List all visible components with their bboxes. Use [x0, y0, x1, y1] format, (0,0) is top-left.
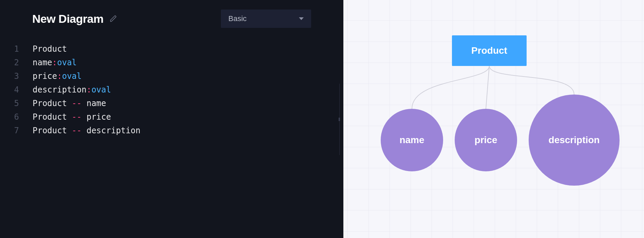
code-editor[interactable]: 1234567 Productname:ovalprice:ovaldescri… — [0, 36, 343, 137]
node-label: Product — [471, 45, 507, 56]
pencil-icon[interactable] — [110, 15, 117, 22]
node-name[interactable]: name — [381, 109, 443, 171]
canvas-inner: Productnamepricedescription — [343, 0, 644, 238]
node-description[interactable]: description — [529, 95, 620, 186]
theme-select[interactable]: Basic — [221, 10, 311, 28]
line-number: 6 — [0, 110, 19, 124]
node-label: price — [475, 135, 497, 146]
diagram-canvas[interactable]: Productnamepricedescription — [343, 0, 644, 238]
code-line[interactable]: price:oval — [33, 69, 140, 83]
line-number: 2 — [0, 56, 19, 69]
line-number: 5 — [0, 97, 19, 110]
code-line[interactable]: Product -- name — [33, 97, 140, 110]
editor-panel: New Diagram Basic 1234567 Productname:ov… — [0, 0, 343, 238]
line-number: 7 — [0, 124, 19, 137]
code-line[interactable]: Product -- description — [33, 124, 140, 137]
code-line[interactable]: name:oval — [33, 56, 140, 69]
code-content[interactable]: Productname:ovalprice:ovaldescription:ov… — [19, 42, 140, 137]
node-label: name — [399, 135, 424, 146]
line-number: 3 — [0, 69, 19, 83]
theme-select-value: Basic — [228, 14, 247, 23]
edge — [486, 66, 489, 109]
node-label: description — [549, 135, 600, 146]
node-product[interactable]: Product — [452, 35, 527, 66]
chevron-down-icon — [299, 17, 304, 20]
code-line[interactable]: description:oval — [33, 83, 140, 97]
code-line[interactable]: Product -- price — [33, 110, 140, 124]
editor-header: New Diagram Basic — [0, 0, 343, 36]
node-price[interactable]: price — [455, 109, 517, 171]
edge — [412, 66, 489, 109]
line-gutter: 1234567 — [0, 42, 19, 137]
code-line[interactable]: Product — [33, 42, 140, 56]
diagram-title: New Diagram — [32, 12, 103, 26]
edge — [489, 66, 574, 95]
pane-resize-handle[interactable] — [339, 84, 343, 155]
line-number: 4 — [0, 83, 19, 97]
line-number: 1 — [0, 42, 19, 56]
